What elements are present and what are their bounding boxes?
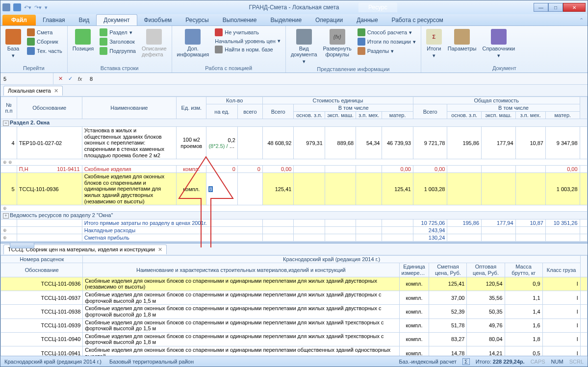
ribbon-positiontotals-button[interactable]: Итоги по позиции ▾ xyxy=(356,37,418,46)
ribbon-sections-button[interactable]: Разделы ▾ xyxy=(356,47,418,55)
ribbon: База▾ Смета Сборник Тех. часть Перейти П… xyxy=(0,26,588,73)
ribbon-group-presentation: Представление информации xyxy=(289,66,418,73)
ribbon-minimize-icon[interactable]: ⌃ xyxy=(575,15,588,25)
status-region[interactable]: Краснодарский край (редакция 2014 г.) xyxy=(4,359,102,365)
status-caps: CAPS xyxy=(531,359,545,365)
document-tab[interactable]: Локальная смета ✕ xyxy=(3,86,63,96)
ribbon-baselevel-button[interactable]: Начальный уровень цен ▾ xyxy=(213,37,282,45)
ribbon-refs-button[interactable]: Справочники▾ xyxy=(480,28,517,60)
ribbon-section-button[interactable]: Раздел ▾ xyxy=(98,28,138,37)
col-unitcost[interactable]: Стоимость единицы xyxy=(262,97,413,104)
col-basis[interactable]: Обоснование xyxy=(17,97,82,119)
statusbar: Краснодарский край (редакция 2014 г.) Ба… xyxy=(0,356,588,367)
price-row[interactable]: ТССЦ-101-0939Скобяные изделия для оконны… xyxy=(1,318,588,332)
price-row[interactable]: ТССЦ-101-0936Скобяные изделия для оконны… xyxy=(1,277,588,291)
ribbon-dopinfo-button[interactable]: Доп. информация xyxy=(175,28,211,58)
price-row[interactable]: ТССЦ-101-0940Скобяные изделия для оконны… xyxy=(1,332,588,346)
ribbon-position-button[interactable]: Позиция xyxy=(71,28,96,52)
grid-hscroll[interactable] xyxy=(0,242,588,243)
totals-row[interactable]: ⊕Накладные расходы 243,94 xyxy=(1,227,588,234)
ribbon-totals-button[interactable]: ΣИтоги▾ xyxy=(424,28,444,60)
col-region[interactable]: Краснодарский край (редакция 2014 г.) xyxy=(83,256,580,263)
tab-data[interactable]: Данные xyxy=(350,15,384,25)
ribbon-sbornik-button[interactable]: Сборник xyxy=(25,37,64,46)
status-total: 228 229,24р. xyxy=(493,359,525,365)
formula-input[interactable]: 8 xyxy=(87,76,588,82)
formula-cancel-icon[interactable]: ✕ xyxy=(56,75,64,83)
tab-phys[interactable]: Физобъем xyxy=(137,15,179,25)
qat-app-icon[interactable] xyxy=(2,3,10,11)
collapse-icon[interactable]: + xyxy=(3,213,9,219)
tab-resource-work[interactable]: Работа с ресурсом xyxy=(385,15,450,25)
expand-row[interactable]: ⊕ xyxy=(1,205,588,212)
subsection-row[interactable]: +Ведомость ресурсов по разделу 2 "Окна" xyxy=(1,212,588,220)
close-button[interactable]: ✕ xyxy=(563,3,586,12)
ribbon-group-goto: Перейти xyxy=(3,65,64,72)
formula-accept-icon[interactable]: ✓ xyxy=(66,75,74,83)
ribbon-docview-button[interactable]: Вид документа▾ xyxy=(289,28,319,66)
table-row[interactable]: 4 ТЕР10-01-027-02 Установка в жилых и об… xyxy=(1,127,588,159)
close-doc-icon[interactable]: ✕ xyxy=(54,88,58,94)
ribbon-tabs: Файл Главная Вид Документ Физобъем Ресур… xyxy=(0,14,588,26)
totals-row[interactable]: Итого прямые затраты по разделу в ценах … xyxy=(1,220,588,227)
active-cell[interactable]: 8 xyxy=(206,173,237,205)
expand-row[interactable]: ⊕ ⊕ xyxy=(1,159,588,166)
close-bottom-tab-icon[interactable]: ✕ xyxy=(158,246,162,253)
ribbon-findnorm-button[interactable]: Найти в норм. базе xyxy=(213,45,282,54)
bottom-tabs: ТССЦ. Сборник цен на материалы, изделия … xyxy=(0,244,588,255)
ribbon-defect-button: Описание дефекта xyxy=(140,28,169,58)
status-sigma-icon: Σ xyxy=(462,358,470,365)
name-box[interactable]: 5 xyxy=(0,73,53,84)
qat-undo-icon[interactable]: ↶▾ xyxy=(24,4,31,11)
tab-document[interactable]: Документ xyxy=(96,14,137,25)
ribbon-calcmethod-button[interactable]: Способ расчета ▾ xyxy=(356,28,418,37)
tab-operations[interactable]: Операции xyxy=(308,15,350,25)
status-base[interactable]: Базовый территориальный район xyxy=(109,359,194,365)
tab-view[interactable]: Вид xyxy=(72,15,97,25)
status-calc[interactable]: Баз.-индексный расчет xyxy=(399,359,457,365)
tab-selection[interactable]: Выделение xyxy=(264,15,309,25)
maximize-button[interactable]: □ xyxy=(548,3,563,12)
ribbon-params-button[interactable]: Параметры xyxy=(446,28,479,52)
ribbon-ignore-button[interactable]: Не учитывать xyxy=(213,28,282,37)
col-qty[interactable]: Кол-во xyxy=(206,97,263,104)
formula-bar: 5 ✕ ✓ fx 8 xyxy=(0,73,588,85)
minimize-button[interactable]: — xyxy=(534,3,548,12)
qat-redo-icon[interactable]: ↷▾ xyxy=(34,4,42,11)
table-row-selected[interactable]: 5 ТССЦ-101-0936 Скобяные изделия для око… xyxy=(1,173,588,205)
status-num: NUM xyxy=(551,359,563,365)
document-tabs: Локальная смета ✕ xyxy=(0,85,588,97)
ribbon-header-button[interactable]: Заголовок xyxy=(98,37,138,46)
ribbon-techpart-button[interactable]: Тех. часть xyxy=(25,47,64,55)
price-row[interactable]: ТССЦ-101-0938Скобяные изделия для оконны… xyxy=(1,305,588,318)
col-totalcost[interactable]: Общая стоимость xyxy=(413,97,580,104)
collapse-icon[interactable]: − xyxy=(3,121,9,126)
qat-save-icon[interactable] xyxy=(13,3,21,11)
col-num[interactable]: № п.п xyxy=(1,97,17,119)
context-tab-resource[interactable]: Ресурс xyxy=(358,2,397,12)
col-price-numbers[interactable]: Номера расценок xyxy=(1,256,83,263)
ribbon-base-button[interactable]: База▾ xyxy=(3,28,23,60)
totals-row[interactable]: ⊕Сметная прибыль 130,24 xyxy=(1,234,588,242)
table-row[interactable]: П,Н 101-9411 Скобяные изделия компл. 0 0… xyxy=(1,166,588,173)
col-unit[interactable]: Ед. изм. xyxy=(177,97,206,119)
ribbon-group-insert: Вставка строки xyxy=(71,65,169,72)
ribbon-subgroup-button[interactable]: Подгруппа xyxy=(98,47,138,55)
estimate-grid[interactable]: № п.п Обоснование Наименование Ед. изм. … xyxy=(0,97,588,242)
tab-home[interactable]: Главная xyxy=(36,15,72,25)
ribbon-group-position: Работа с позицией xyxy=(175,65,282,72)
formula-fx-icon[interactable]: fx xyxy=(76,75,84,83)
tab-file[interactable]: Файл xyxy=(2,15,36,25)
tab-exec[interactable]: Выполнение xyxy=(216,15,264,25)
ribbon-expand-button[interactable]: {fx}Развернуть формулы xyxy=(321,28,354,58)
ribbon-group-document: Документ xyxy=(424,65,585,72)
tab-resources[interactable]: Ресурсы xyxy=(179,15,215,25)
price-grid[interactable]: Номера расценок Краснодарский край (реда… xyxy=(0,255,588,356)
ribbon-smeta-button[interactable]: Смета xyxy=(25,28,64,37)
price-row[interactable]: ТССЦ-101-0941Скобяные изделия для оконны… xyxy=(1,346,588,356)
qat-down-icon[interactable]: ▾ xyxy=(45,4,48,11)
section-row[interactable]: −Раздел 2. Окна xyxy=(1,119,588,127)
window-title: ГРАНД-Смета - Локальная смета xyxy=(249,4,339,11)
col-name[interactable]: Наименование xyxy=(82,97,176,119)
price-row[interactable]: ТССЦ-101-0937Скобяные изделия для оконны… xyxy=(1,291,588,304)
